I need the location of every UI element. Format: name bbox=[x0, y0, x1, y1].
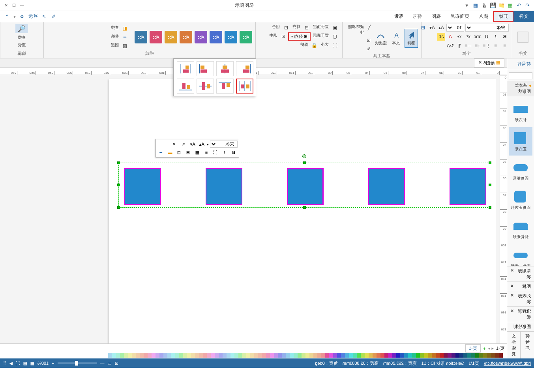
mini-group-icon[interactable]: ⊡ bbox=[175, 149, 183, 156]
new-icon[interactable]: ▦ bbox=[507, 2, 513, 9]
shadow-icon[interactable]: ▨ bbox=[121, 42, 129, 50]
page-tab-1[interactable]: 页-1 bbox=[465, 344, 481, 353]
rotation-handle[interactable] bbox=[302, 154, 306, 158]
superscript-icon[interactable]: x² bbox=[465, 33, 472, 41]
doc-close-icon[interactable]: ✕ bbox=[478, 60, 482, 66]
text-tool[interactable]: A 文本 bbox=[389, 29, 403, 48]
mini-line-icon[interactable]: ━ bbox=[157, 149, 165, 156]
italic-icon[interactable]: I bbox=[492, 33, 500, 41]
view-page-icon[interactable]: ▭ bbox=[108, 361, 112, 366]
style-swatch-2[interactable]: Abc bbox=[225, 31, 237, 43]
crop-icon[interactable]: ⊡ bbox=[365, 36, 373, 44]
subscript-icon[interactable]: x₂ bbox=[455, 33, 463, 41]
underline-icon[interactable]: U bbox=[483, 33, 491, 41]
connector-tool[interactable]: 连接线 bbox=[374, 29, 388, 48]
canvas-shape[interactable] bbox=[368, 168, 405, 205]
export-icon[interactable]: ▦ bbox=[472, 2, 479, 9]
login-button[interactable]: 登录 bbox=[28, 13, 38, 20]
rotate-text-icon[interactable]: ↻A bbox=[446, 42, 454, 50]
accordion-list[interactable]: 列表形状✕ bbox=[507, 291, 534, 306]
font-shrink-icon[interactable]: A▾ bbox=[428, 24, 436, 32]
shape-snip[interactable]: 斜切矩形 bbox=[509, 215, 532, 243]
style-swatch-5[interactable]: Abc bbox=[180, 31, 192, 43]
bullets-icon[interactable]: ⋮≡ bbox=[483, 42, 491, 50]
align-icon[interactable]: ⊟ bbox=[303, 24, 311, 32]
align-mid-icon[interactable]: ≡ bbox=[492, 42, 500, 50]
mini-font-shrink-icon[interactable]: A▾ bbox=[189, 141, 197, 148]
line-style-icon[interactable]: ━ bbox=[121, 33, 129, 41]
fill-icon[interactable]: ◧ bbox=[121, 24, 129, 32]
accordion-flow[interactable]: 流程形状✕ bbox=[507, 306, 534, 322]
style-swatch-3[interactable]: Abc bbox=[210, 31, 222, 43]
line-tool-icon[interactable]: ╲ bbox=[366, 24, 373, 32]
paste-icon[interactable] bbox=[518, 32, 529, 43]
distribute-button[interactable]: ⊞分布▾ bbox=[288, 32, 311, 41]
canvas-shape[interactable] bbox=[206, 168, 242, 205]
sel-handle-ne[interactable] bbox=[117, 161, 120, 164]
shape-roundsq[interactable]: 圆角正方形 bbox=[509, 186, 532, 214]
view-full-icon[interactable]: ⛶ bbox=[16, 361, 20, 366]
style-swatch-8[interactable]: Abc bbox=[135, 31, 147, 43]
view-fit-icon[interactable]: ⊡ bbox=[115, 361, 118, 366]
shapes-search-input[interactable] bbox=[509, 72, 532, 79]
style-swatch-7[interactable]: Abc bbox=[150, 31, 162, 43]
canvas-shape[interactable] bbox=[287, 168, 324, 205]
mini-close-icon[interactable]: ✕ bbox=[171, 141, 178, 148]
minimize-icon[interactable]: — bbox=[20, 3, 24, 8]
dist-equal-h[interactable] bbox=[236, 79, 253, 94]
tab-help[interactable]: 帮助 bbox=[389, 11, 408, 22]
mini-italic-icon[interactable]: I bbox=[221, 149, 229, 156]
send-back-icon[interactable]: ▢ bbox=[331, 32, 339, 40]
mini-font-grow-icon[interactable]: A▴ bbox=[198, 141, 206, 148]
bring-front-icon[interactable]: ▣ bbox=[331, 24, 339, 32]
strike-icon[interactable]: abc bbox=[474, 33, 482, 41]
group-icon[interactable]: ⊡ bbox=[282, 24, 290, 32]
shapes-category[interactable]: ▸ 基本绘图形状 bbox=[507, 81, 534, 96]
font-size-select[interactable]: 10 bbox=[446, 24, 464, 32]
highlight-icon[interactable]: ab bbox=[437, 33, 445, 41]
print-icon[interactable]: 🖨 bbox=[481, 2, 487, 9]
more-icon[interactable]: ▾ bbox=[464, 2, 470, 9]
file-menu[interactable]: 文件 bbox=[513, 11, 534, 22]
save-icon[interactable]: 💾 bbox=[490, 2, 496, 9]
spacing-icon[interactable]: ↕≡ bbox=[474, 42, 482, 50]
style-swatch-4[interactable]: Abc bbox=[195, 31, 207, 43]
tab-insert[interactable]: 插入 bbox=[474, 11, 493, 22]
dist-right[interactable] bbox=[197, 61, 214, 76]
collapse-icon[interactable]: ⌃ bbox=[4, 13, 10, 20]
center-icon[interactable]: ⊡ bbox=[279, 32, 287, 40]
select-tool[interactable]: 选择 bbox=[405, 29, 418, 48]
align-left-icon[interactable]: ≡ bbox=[501, 42, 509, 50]
shape-square[interactable]: 正方形 bbox=[509, 127, 532, 156]
accordion-icons[interactable]: 图标✕ bbox=[507, 281, 534, 291]
font-family-select[interactable]: 宋体 bbox=[465, 24, 509, 32]
panel-tab-lib[interactable]: 符号库 bbox=[521, 332, 534, 358]
view-grid-icon[interactable]: ▦ bbox=[30, 361, 34, 366]
status-url[interactable]: http://www.edrawsoft.cn/ bbox=[484, 361, 531, 366]
tab-layout[interactable]: 页面布局 bbox=[446, 11, 474, 22]
mini-arrow-icon[interactable]: ↖ bbox=[180, 141, 187, 148]
add-page-icon[interactable]: + bbox=[483, 346, 485, 351]
sel-handle-w[interactable] bbox=[489, 184, 491, 186]
view-present-icon[interactable]: ▶ bbox=[9, 361, 13, 366]
shape-rect[interactable]: 长方形 bbox=[509, 98, 532, 126]
rotflip-label[interactable]: 旋转和翻转 bbox=[346, 24, 365, 36]
shape-pill[interactable]: 圆角…矩形 bbox=[509, 244, 532, 266]
mini-grid-icon[interactable]: ▦ bbox=[193, 149, 201, 156]
sel-handle-n[interactable] bbox=[303, 161, 306, 164]
maximize-icon[interactable]: ☐ bbox=[12, 3, 17, 8]
dist-bottom[interactable] bbox=[177, 79, 194, 94]
view-drag-icon[interactable]: ⠿ bbox=[3, 361, 6, 366]
dist-left[interactable] bbox=[236, 61, 253, 76]
dist-center-v[interactable] bbox=[197, 79, 214, 94]
sel-handle-e[interactable] bbox=[117, 184, 120, 186]
font-grow-icon[interactable]: A▴ bbox=[437, 24, 445, 32]
gear-icon[interactable]: ⚙ bbox=[19, 13, 25, 20]
page[interactable]: 宋体 ▾ A▴ A▾ ↖ ✕ B I ⛶ ≡ ▦ bbox=[109, 79, 496, 343]
font-color-icon[interactable]: A bbox=[446, 33, 454, 41]
mini-align-icon[interactable]: ≡ bbox=[202, 149, 210, 156]
size-icon[interactable]: ⛶ bbox=[331, 41, 339, 49]
close-icon[interactable]: ✕ bbox=[4, 3, 9, 8]
mini-bold-icon[interactable]: B bbox=[230, 149, 238, 156]
sel-handle-sw[interactable] bbox=[489, 206, 491, 209]
